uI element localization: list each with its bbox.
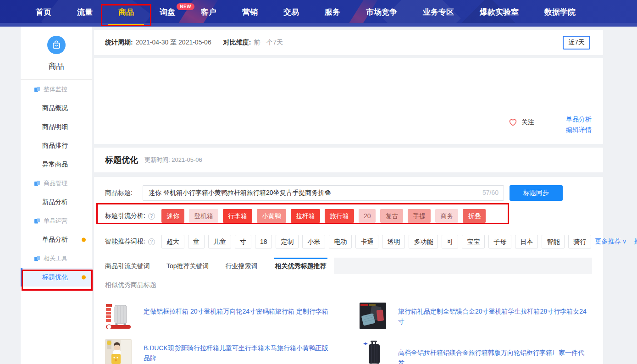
sidebar-item-product-detail[interactable]: 商品明细 [21,117,92,136]
root-tag[interactable]: 多功能 [409,235,438,248]
sidebar-item-abnormal-products[interactable]: 异常商品 [21,155,92,174]
root-tag[interactable]: 电动 [329,235,352,248]
list-item[interactable]: 旅行箱礼品定制全铝镁合金20寸登机箱学生拉杆箱28寸行李箱女24寸 [360,303,614,329]
product-image[interactable] [360,339,386,364]
nav-item-customers[interactable]: 客户 [188,0,229,27]
product-title-link[interactable]: 高档全铝拉杆箱铝镁合金旅行箱韩版万向轮铝框行李箱厂家一件代发 [398,339,587,364]
root-tag[interactable]: 透明 [382,235,405,248]
folder-icon [34,86,40,93]
root-tag[interactable]: 小米 [302,235,325,248]
nav-item-market-competition[interactable]: 市场竞争 [353,0,410,27]
product-title-link[interactable]: 定做铝框拉杆箱 20寸登机箱万向轮24寸密码箱旅行箱 定制行李箱 [144,303,328,329]
follow-button[interactable]: 关注 [508,118,534,127]
root-tag[interactable]: 儿童 [208,235,231,248]
active-nav-underline [108,24,144,26]
period-bar: 统计周期: 2021-04-30 至 2021-05-06 对比维度: 前一个7… [94,30,603,55]
sidebar-module-head: 商品 [21,27,92,72]
title-sync-button[interactable]: 标题同步 [510,185,563,201]
folder-icon [34,255,40,262]
sidebar-item-product-overview[interactable]: 商品概况 [21,99,92,117]
product-title-input[interactable] [143,185,504,201]
update-time-value: 2021-05-06 [172,156,202,163]
sidebar-group-label: 相关工具 [44,254,67,263]
analysis-tag: 手提 [408,209,431,223]
analysis-tag: 商务 [435,209,458,223]
nav-item-marketing[interactable]: 营销 [229,0,271,27]
chevron-down-icon: ∨ [622,238,626,245]
title-input-wrap: 57/60 [143,185,504,201]
folder-icon [34,218,40,224]
root-tag[interactable]: 定制 [276,235,299,248]
product-title-link[interactable]: 旅行箱礼品定制全铝镁合金20寸登机箱学生拉杆箱28寸行李箱女24寸 [398,303,587,329]
char-counter: 57/60 [482,189,499,196]
analysis-tag: 迷你 [161,209,184,223]
compare-dim-value: 前一个7天 [254,39,283,47]
root-tag[interactable]: 宝宝 [462,235,485,248]
nav-item-service[interactable]: 服务 [312,0,353,27]
tab-industry-search-words[interactable]: 行业搜索词 [226,258,258,274]
sidebar-item-label: 单品分析 [42,236,68,244]
active-indicator-bar [21,268,22,287]
nav-item-business-zone[interactable]: 业务专区 [410,0,467,27]
root-tag[interactable]: 可 [442,235,458,248]
question-circle-icon[interactable]: ? [148,238,155,245]
nav-item-hot-product-lab[interactable]: 爆款实验室 [467,0,532,27]
stat-period-label: 统计周期: [105,39,133,47]
sidebar-group-product-management: 商品管理 [21,174,92,193]
roots-label: 智能推荐词根: [105,237,145,246]
product-title-link[interactable]: B.DUCK现货新骑行拉杆箱儿童可坐行李箱木马旅行箱小黄鸭正版品牌 [144,339,332,364]
root-tag[interactable]: 卡通 [355,235,378,248]
product-summary-card: 关注 单品分析 编辑详情 [94,58,603,144]
sidebar-item-single-product-analysis[interactable]: 单品分析 [21,230,92,249]
section-subtitle: 相似优秀商品标题 [105,281,592,289]
list-item[interactable]: B.DUCK现货新骑行拉杆箱儿童可坐行李箱木马旅行箱小黄鸭正版品牌 [105,339,360,364]
nav-item-label: 询盘 [160,8,175,17]
tab-related-excellent-titles[interactable]: 相关优秀标题推荐 [274,258,327,274]
root-tag[interactable]: 智能 [542,235,565,248]
sidebar-item-product-ranking[interactable]: 商品排行 [21,136,92,155]
sidebar-item-title-optimization[interactable]: 标题优化 [21,268,92,287]
nav-item-data-academy[interactable]: 数据学院 [532,0,588,27]
quick-links: 单品分析 编辑详情 [566,114,592,135]
product-title-row: 商品标题: 57/60 标题同步 [105,185,592,201]
page-title: 标题优化 [105,154,138,165]
page: 首页 流量 商品 询盘 NEW 客户 营销 交易 服务 市场竞争 业务专区 爆款… [0,0,637,364]
date-range-button[interactable]: 近7天 [563,36,590,50]
product-image[interactable] [105,339,132,364]
nav-item-inquiry[interactable]: 询盘 NEW [147,0,188,27]
sidebar-item-new-product-analysis[interactable]: 新品分析 [21,193,92,211]
root-tag[interactable]: 日本 [515,235,538,248]
more-recommend-label: 更多推荐 [595,237,620,245]
analysis-tag: 折叠 [463,209,486,223]
tab-product-traffic-keywords[interactable]: 商品引流关键词 [105,258,150,274]
sidebar-group-label: 单品运营 [44,217,67,225]
nav-item-traffic[interactable]: 流量 [64,0,105,27]
nav-item-trade[interactable]: 交易 [271,0,312,27]
root-tag[interactable]: 超大 [161,235,184,248]
folder-icon [34,180,40,187]
nav-item-products[interactable]: 商品 [105,0,147,27]
sidebar-item-label: 标题优化 [42,273,68,281]
root-tag[interactable]: 童 [188,235,205,248]
link-edit-details[interactable]: 编辑详情 [566,125,592,135]
feedback-link[interactable]: 推荐词不准? [634,237,637,246]
more-recommend-link[interactable]: 更多推荐 ∨ [595,237,626,246]
root-tag[interactable]: 寸 [235,235,251,248]
link-single-product-analysis[interactable]: 单品分析 [566,114,592,125]
heart-icon [508,118,518,127]
list-item[interactable]: 高档全铝拉杆箱铝镁合金旅行箱韩版万向轮铝框行李箱厂家一件代发 [360,339,614,364]
product-image[interactable] [105,303,132,329]
list-item[interactable]: 定做铝框拉杆箱 20寸登机箱万向轮24寸密码箱旅行箱 定制行李箱 [105,303,360,329]
sidebar-group-single-product-ops: 单品运营 [21,211,92,230]
root-tag[interactable]: 骑行 [568,235,591,248]
notification-dot [82,237,86,242]
root-tag[interactable]: 18 [255,235,272,248]
nav-item-home[interactable]: 首页 [23,0,64,27]
sidebar-group-overall-monitoring: 整体监控 [21,80,92,99]
root-tag[interactable]: 子母 [488,235,511,248]
question-circle-icon[interactable]: ? [148,213,155,220]
product-image[interactable] [360,303,386,329]
analysis-tag: 行李箱 [223,209,252,223]
keyword-tabs: 商品引流关键词 Top推荐关键词 行业搜索词 相关优秀标题推荐 [105,258,592,274]
tab-top-recommended-keywords[interactable]: Top推荐关键词 [166,258,209,274]
